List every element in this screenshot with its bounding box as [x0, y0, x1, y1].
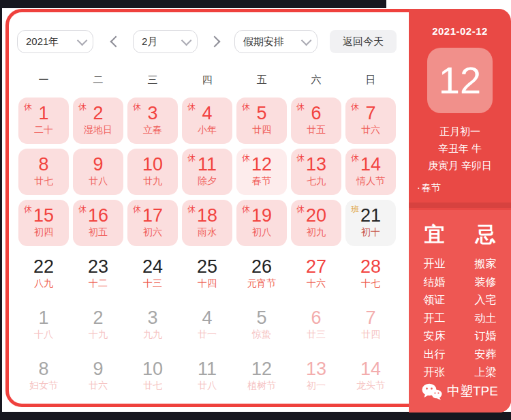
lunar-label: 廿五 [291, 124, 341, 136]
calendar-cell[interactable]: 9廿六 [73, 353, 123, 400]
year-select[interactable]: 2021年 [17, 30, 93, 53]
ganzhi-year-line: 辛丑年 牛 [409, 140, 511, 157]
month-select-value: 2月 [142, 35, 157, 48]
calendar-cell[interactable]: 休16初五 [73, 200, 123, 246]
toolbar: 2021年 2月 假期安排 返回今天 [17, 30, 409, 53]
ji-item: 订婚 [460, 327, 511, 346]
calendar-cell[interactable]: 9廿八 [73, 149, 123, 195]
calendar-cell[interactable]: 休17初六 [127, 200, 178, 246]
calendar-cell[interactable]: 休7廿六 [345, 97, 396, 144]
lunar-label: 惊蛰 [236, 329, 287, 341]
festival-row: ·春节 [417, 182, 511, 194]
calendar-cell[interactable]: 25十四 [182, 251, 232, 297]
next-month-button[interactable] [206, 30, 223, 53]
calendar-cell[interactable]: 休4小年 [182, 97, 232, 144]
day-number: 26 [236, 256, 287, 277]
lunar-label: 廿三 [291, 329, 341, 341]
calendar-cell[interactable]: 13初一 [291, 353, 341, 400]
calendar-cell[interactable]: 11廿八 [182, 353, 232, 400]
sidebar: 2021-02-12 12 正月初一 辛丑年 牛 庚寅月 辛卯日 ·春节 宜 开… [409, 9, 511, 412]
calendar-cell[interactable]: 6廿三 [291, 302, 341, 348]
window-left-edge [0, 0, 2, 412]
brand-footer: 中塑TPE [409, 382, 511, 400]
rest-tag: 休 [187, 153, 196, 164]
year-select-value: 2021年 [26, 35, 59, 48]
lunar-label: 除夕 [182, 175, 232, 188]
chevron-left-icon [110, 36, 122, 48]
lunar-label: 龙头节 [345, 380, 396, 392]
calendar-cell[interactable]: 休5廿四 [236, 97, 287, 144]
rest-tag: 休 [351, 153, 359, 164]
day-number: 3 [127, 308, 178, 328]
day-number: 2 [73, 308, 123, 328]
lunar-label: 九九 [127, 329, 178, 341]
calendar-cell[interactable]: 休14情人节 [345, 149, 396, 195]
calendar-cell[interactable]: 1十八 [18, 302, 69, 348]
calendar-cell[interactable]: 休19初八 [236, 200, 287, 246]
calendar-cell[interactable]: 休20初九 [291, 200, 341, 246]
calendar-cell[interactable]: 27十六 [291, 251, 341, 297]
lunar-label: 初五 [73, 226, 123, 239]
yi-item: 开工 [409, 310, 460, 328]
calendar-cell[interactable]: 28十七 [345, 251, 396, 297]
calendar-cell[interactable]: 10廿九 [127, 149, 178, 195]
calendar-cell[interactable]: 4廿一 [182, 302, 232, 348]
calendar-cell[interactable]: 26元宵节 [236, 251, 287, 297]
calendar-cell[interactable]: 休18雨水 [182, 200, 232, 246]
weekday-label: 一 [18, 74, 69, 87]
day-number: 22 [18, 256, 69, 277]
day-number: 24 [127, 256, 178, 277]
calendar-cell[interactable]: 休1二十 [18, 97, 69, 144]
day-number: 13 [291, 359, 341, 379]
calendar-cell[interactable]: 22八九 [18, 251, 69, 297]
rest-tag: 休 [296, 204, 305, 215]
calendar-cell[interactable]: 休3立春 [127, 97, 178, 144]
yi-item: 开业 [409, 255, 460, 273]
calendar-cell[interactable]: 休2湿地日 [73, 97, 123, 144]
rest-tag: 休 [78, 204, 87, 215]
calendar-cell[interactable]: 8妇女节 [18, 353, 69, 400]
lunar-date-line: 正月初一 [409, 123, 511, 140]
avoid-title: 忌 [460, 221, 511, 249]
weekday-label: 二 [73, 74, 123, 87]
brand-name: 中塑TPE [447, 382, 498, 400]
window-top-edge [0, 0, 386, 8]
lunar-label: 十三 [127, 278, 178, 290]
lunar-label: 十二 [73, 278, 123, 290]
calendar-cell[interactable]: 12植树节 [236, 353, 287, 400]
calendar-cell[interactable]: 24十三 [127, 251, 178, 297]
rest-tag: 休 [242, 102, 250, 113]
window-bottom-edge [0, 412, 511, 420]
calendar-cell[interactable]: 休6廿五 [291, 97, 341, 144]
day-number: 1 [18, 308, 69, 328]
calendar-cell[interactable]: 14龙头节 [345, 353, 396, 400]
calendar-cell[interactable]: 5惊蛰 [236, 302, 287, 348]
calendar-cell[interactable]: 3九九 [127, 302, 178, 348]
calendar-cell[interactable]: 10廿七 [127, 353, 178, 400]
calendar-cell[interactable]: 休13七九 [291, 149, 341, 195]
day-number: 9 [73, 154, 123, 175]
day-number: 8 [18, 359, 69, 379]
calendar-cell[interactable]: 7廿四 [345, 302, 396, 348]
today-day-card: 12 [427, 48, 493, 113]
lunar-label: 初十 [345, 226, 396, 239]
calendar-cell[interactable]: 8廿七 [18, 149, 69, 195]
calendar-cell[interactable]: 2十九 [73, 302, 123, 348]
calendar-cell[interactable]: 班21初十 [345, 200, 396, 246]
calendar-cell[interactable]: 23十二 [73, 251, 123, 297]
wechat-icon [422, 383, 442, 400]
calendar-cell[interactable]: 休11除夕 [182, 149, 232, 195]
back-to-today-button[interactable]: 返回今天 [330, 30, 397, 53]
lunar-label: 立春 [127, 124, 178, 136]
rest-tag: 休 [242, 204, 250, 215]
rest-tag: 休 [187, 204, 196, 215]
rest-tag: 休 [296, 102, 305, 113]
calendar-cell[interactable]: 休12春节 [236, 149, 287, 195]
holiday-schedule-select[interactable]: 假期安排 [234, 30, 318, 53]
month-select[interactable]: 2月 [133, 30, 198, 53]
lunar-label: 廿四 [345, 329, 396, 341]
calendar-cell[interactable]: 休15初四 [18, 200, 69, 246]
prev-month-button[interactable] [107, 30, 125, 53]
chevron-down-icon [181, 35, 192, 46]
weekday-label: 日 [345, 74, 396, 87]
